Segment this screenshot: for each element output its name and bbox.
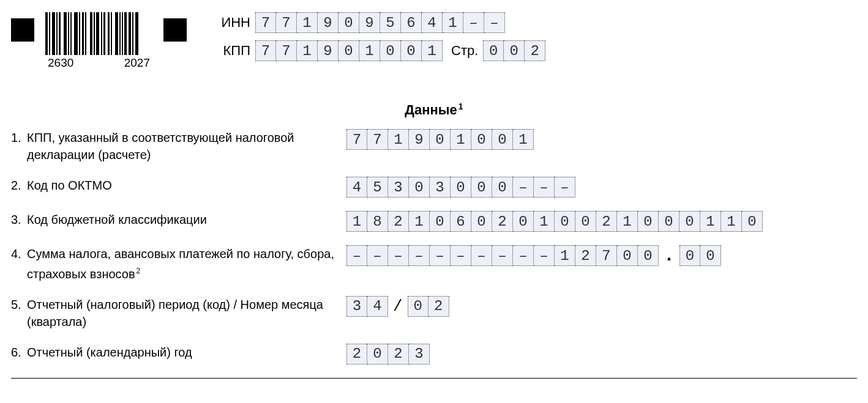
align-marker-right bbox=[163, 18, 187, 42]
char-cell: 1 bbox=[555, 245, 575, 266]
char-cell: 0 bbox=[380, 40, 401, 61]
char-cell: 0 bbox=[679, 245, 700, 266]
char-cell: 2 bbox=[525, 40, 545, 61]
char-cell: 1 bbox=[534, 211, 555, 232]
char-cell: 0 bbox=[575, 211, 596, 232]
char-cell: 0 bbox=[367, 344, 388, 364]
form-value: 45303000––– bbox=[346, 177, 575, 198]
char-cell: 1 bbox=[721, 211, 742, 232]
char-cell: 7 bbox=[276, 40, 297, 61]
char-cell: 5 bbox=[380, 12, 401, 33]
form-label: 6.Отчетный (календарный) год bbox=[11, 344, 346, 361]
char-cell: 1 bbox=[700, 211, 721, 232]
char-cell: – bbox=[367, 245, 388, 266]
char-cell: 4 bbox=[367, 296, 388, 317]
separator: / bbox=[393, 297, 403, 316]
char-cell: 2 bbox=[428, 296, 449, 317]
char-cell: 0 bbox=[659, 211, 679, 232]
form-value: 34/02 bbox=[346, 296, 449, 317]
separator: . bbox=[664, 250, 675, 262]
char-cell: 1 bbox=[451, 129, 471, 150]
char-cell: 2 bbox=[346, 344, 367, 364]
char-cell: 0 bbox=[679, 211, 700, 232]
char-cell: 1 bbox=[443, 12, 463, 33]
cell-group: 00 bbox=[679, 245, 721, 266]
kpp-label: КПП bbox=[217, 43, 255, 59]
char-cell: 0 bbox=[409, 177, 430, 198]
char-cell: 3 bbox=[430, 177, 451, 198]
char-cell: 0 bbox=[339, 40, 359, 61]
char-cell: – bbox=[484, 12, 505, 33]
char-cell: – bbox=[534, 245, 555, 266]
char-cell: 8 bbox=[367, 211, 388, 232]
char-cell: – bbox=[409, 245, 430, 266]
form-label: 5.Отчетный (налоговый) период (код) / Но… bbox=[11, 296, 346, 330]
form-label: 1.КПП, указанный в соответствующей налог… bbox=[11, 129, 346, 163]
char-cell: 0 bbox=[504, 40, 525, 61]
form-row: 2.Код по ОКТМО45303000––– bbox=[11, 177, 857, 198]
char-cell: 0 bbox=[471, 177, 492, 198]
inn-cells: 7719095641–– bbox=[255, 12, 505, 33]
char-cell: 1 bbox=[297, 40, 318, 61]
char-cell: 1 bbox=[617, 211, 638, 232]
char-cell: 2 bbox=[388, 344, 409, 364]
char-cell: 7 bbox=[346, 129, 367, 150]
char-cell: – bbox=[430, 245, 451, 266]
char-cell: – bbox=[555, 177, 575, 198]
char-cell: 0 bbox=[471, 129, 492, 150]
kpp-line: КПП 771901001 Стр. 002 bbox=[217, 40, 545, 61]
char-cell: – bbox=[471, 245, 492, 266]
char-cell: – bbox=[346, 245, 367, 266]
page-label: Стр. bbox=[451, 43, 478, 59]
char-cell: 2 bbox=[596, 211, 617, 232]
barcode-block: 2630 2027 bbox=[45, 12, 152, 70]
char-cell: 0 bbox=[451, 177, 471, 198]
form-value: 18210602010021000110 bbox=[346, 211, 763, 232]
char-cell: – bbox=[451, 245, 471, 266]
char-cell: 7 bbox=[276, 12, 297, 33]
char-cell: 7 bbox=[596, 245, 617, 266]
char-cell: 9 bbox=[318, 12, 339, 33]
form-row: 6.Отчетный (календарный) год2023 bbox=[11, 344, 857, 364]
cell-group: 34 bbox=[346, 296, 388, 317]
form-row: 4.Сумма налога, авансовых платежей по на… bbox=[11, 245, 857, 283]
char-cell: 2 bbox=[492, 211, 513, 232]
form-value: 771901001 bbox=[346, 129, 534, 150]
char-cell: 0 bbox=[742, 211, 763, 232]
char-cell: 0 bbox=[617, 245, 638, 266]
barcode-icon bbox=[45, 12, 152, 55]
char-cell: 0 bbox=[430, 129, 451, 150]
inn-line: ИНН 7719095641–– bbox=[217, 12, 545, 33]
char-cell: 0 bbox=[492, 129, 513, 150]
cell-group: ––––––––––12700 bbox=[346, 245, 659, 266]
char-cell: 0 bbox=[408, 296, 428, 317]
char-cell: 0 bbox=[638, 211, 659, 232]
char-cell: – bbox=[513, 177, 534, 198]
char-cell: 3 bbox=[409, 344, 430, 364]
char-cell: 7 bbox=[255, 12, 276, 33]
form-label: 4.Сумма налога, авансовых платежей по на… bbox=[11, 245, 346, 283]
char-cell: 1 bbox=[513, 129, 534, 150]
form-row: 3.Код бюджетной классификации18210602010… bbox=[11, 211, 857, 232]
char-cell: 0 bbox=[513, 211, 534, 232]
char-cell: 4 bbox=[346, 177, 367, 198]
char-cell: 0 bbox=[430, 211, 451, 232]
char-cell: 1 bbox=[297, 12, 318, 33]
form-label: 3.Код бюджетной классификации bbox=[11, 211, 346, 228]
char-cell: 9 bbox=[359, 12, 380, 33]
form-rows: 1.КПП, указанный в соответствующей налог… bbox=[11, 129, 857, 364]
char-cell: 0 bbox=[339, 12, 359, 33]
char-cell: 7 bbox=[255, 40, 276, 61]
cell-group: 2023 bbox=[346, 344, 430, 364]
char-cell: 1 bbox=[409, 211, 430, 232]
char-cell: 1 bbox=[346, 211, 367, 232]
cell-group: 771901001 bbox=[346, 129, 534, 150]
char-cell: 0 bbox=[700, 245, 721, 266]
char-cell: 0 bbox=[638, 245, 659, 266]
char-cell: 2 bbox=[575, 245, 596, 266]
char-cell: 0 bbox=[401, 40, 422, 61]
char-cell: 6 bbox=[401, 12, 422, 33]
char-cell: 1 bbox=[388, 129, 409, 150]
form-label: 2.Код по ОКТМО bbox=[11, 177, 346, 194]
char-cell: 1 bbox=[359, 40, 380, 61]
